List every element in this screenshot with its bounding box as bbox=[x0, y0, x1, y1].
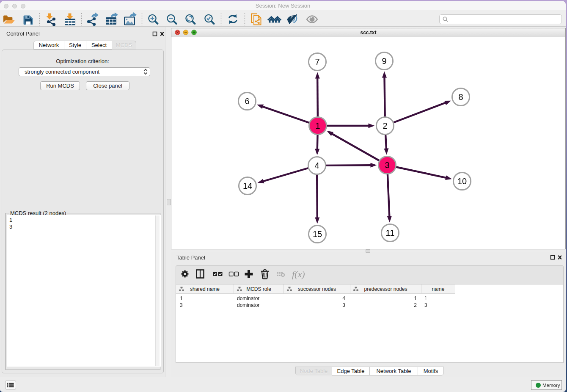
svg-text:11: 11 bbox=[386, 228, 395, 237]
svg-text:14: 14 bbox=[243, 181, 252, 190]
svg-text:6: 6 bbox=[245, 97, 249, 106]
svg-text:1: 1 bbox=[315, 121, 320, 130]
svg-text:7: 7 bbox=[315, 57, 319, 66]
svg-text:3: 3 bbox=[385, 160, 389, 170]
svg-text:4: 4 bbox=[314, 161, 319, 170]
svg-text:15: 15 bbox=[313, 229, 322, 239]
svg-text:2: 2 bbox=[383, 121, 387, 130]
svg-text:f(x): f(x) bbox=[292, 269, 305, 279]
svg-text:9: 9 bbox=[382, 56, 386, 66]
svg-text:8: 8 bbox=[458, 92, 463, 102]
svg-text:10: 10 bbox=[457, 177, 467, 186]
